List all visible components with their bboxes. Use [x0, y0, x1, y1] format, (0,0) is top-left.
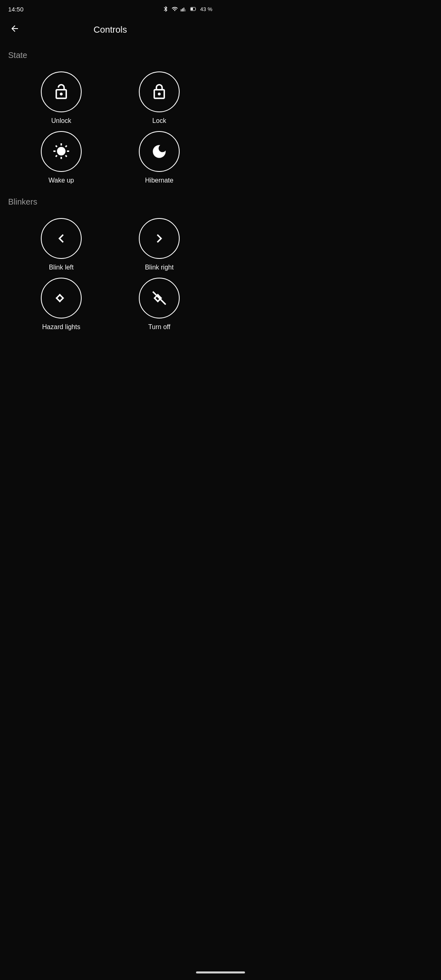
bluetooth-icon: [163, 6, 169, 12]
battery-text: 43 %: [200, 6, 212, 12]
svg-rect-2: [184, 8, 185, 11]
hazard-button[interactable]: [41, 278, 82, 318]
page-title: Controls: [94, 24, 127, 35]
lock-icon: [151, 83, 168, 100]
lock-label: Lock: [152, 117, 166, 125]
svg-rect-5: [191, 8, 193, 10]
signal-icon: [180, 6, 187, 12]
hibernate-label: Hibernate: [145, 177, 173, 184]
blink-right-label: Blink right: [145, 264, 174, 271]
unlock-label: Unlock: [51, 117, 71, 125]
status-bar: 14:50 43 %: [0, 0, 220, 16]
hazard-label: Hazard lights: [42, 323, 80, 331]
wakeup-item[interactable]: Wake up: [12, 131, 110, 184]
blink-left-label: Blink left: [49, 264, 74, 271]
blinkers-grid: Blink left Blink right Hazard lights: [0, 210, 220, 339]
turn-off-item[interactable]: Turn off: [110, 278, 208, 331]
svg-rect-1: [182, 9, 183, 11]
blink-left-icon: [53, 230, 70, 247]
status-icons: 43 %: [163, 6, 212, 12]
blink-left-item[interactable]: Blink left: [12, 218, 110, 271]
svg-rect-3: [185, 9, 186, 11]
hibernate-button[interactable]: [139, 131, 180, 172]
wakeup-button[interactable]: [41, 131, 82, 172]
blinkers-section: Blinkers Blink left Blink right: [0, 192, 220, 339]
turn-off-label: Turn off: [148, 323, 170, 331]
battery-icon: [189, 6, 198, 12]
blinkers-label: Blinkers: [0, 192, 220, 210]
blink-right-button[interactable]: [139, 218, 180, 259]
blink-right-icon: [151, 230, 168, 247]
status-time: 14:50: [8, 6, 24, 13]
state-section: State Unlock Lock: [0, 46, 220, 192]
lock-item[interactable]: Lock: [110, 71, 208, 125]
blink-right-item[interactable]: Blink right: [110, 218, 208, 271]
state-label: State: [0, 46, 220, 63]
hazard-item[interactable]: Hazard lights: [12, 278, 110, 331]
turn-off-button[interactable]: [139, 278, 180, 318]
hibernate-item[interactable]: Hibernate: [110, 131, 208, 184]
hibernate-icon: [151, 143, 168, 160]
unlock-item[interactable]: Unlock: [12, 71, 110, 125]
lock-button[interactable]: [139, 71, 180, 112]
unlock-button[interactable]: [41, 71, 82, 112]
wifi-icon: [172, 6, 178, 12]
state-grid: Unlock Lock Wake up: [0, 63, 220, 192]
back-button[interactable]: [7, 20, 23, 39]
svg-rect-0: [181, 9, 182, 11]
wakeup-icon: [53, 143, 70, 160]
turn-off-icon: [151, 290, 168, 307]
unlock-icon: [53, 83, 70, 100]
header: Controls: [0, 16, 220, 46]
wakeup-label: Wake up: [49, 177, 74, 184]
hazard-icon: [53, 290, 70, 307]
blink-left-button[interactable]: [41, 218, 82, 259]
